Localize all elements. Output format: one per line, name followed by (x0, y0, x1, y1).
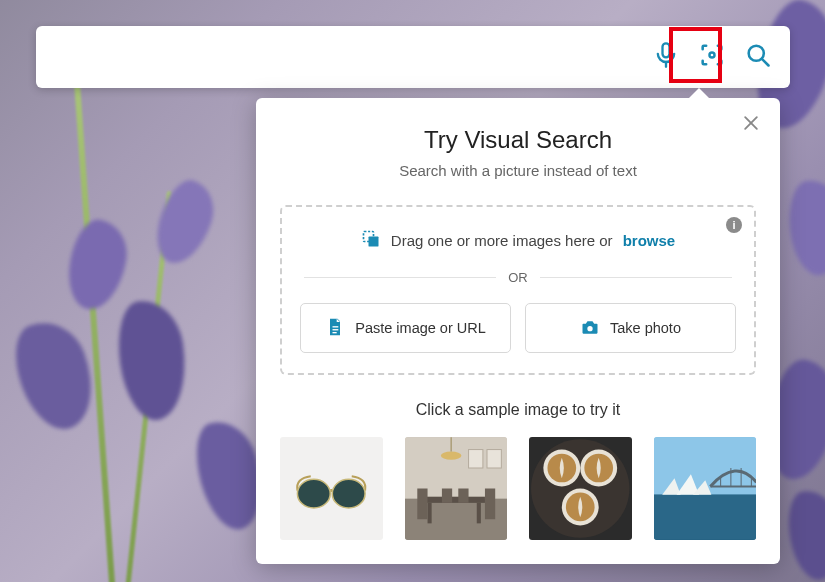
image-stack-icon (361, 229, 381, 252)
svg-rect-22 (487, 450, 501, 468)
visual-search-popover: Try Visual Search Search with a picture … (256, 98, 780, 564)
svg-line-5 (762, 59, 768, 65)
svg-rect-29 (484, 489, 494, 520)
popover-subtitle: Search with a picture instead of text (280, 162, 756, 179)
svg-rect-31 (458, 489, 468, 503)
search-input[interactable] (56, 47, 648, 68)
close-icon (741, 113, 761, 137)
svg-rect-0 (663, 43, 670, 57)
svg-rect-21 (468, 450, 482, 468)
close-button[interactable] (736, 110, 766, 140)
browse-link[interactable]: browse (623, 232, 676, 249)
svg-rect-26 (427, 503, 431, 523)
info-icon: i (732, 219, 735, 231)
sample-image-dining-room[interactable] (405, 437, 508, 540)
drag-text: Drag one or more images here or (391, 232, 613, 249)
svg-rect-40 (654, 495, 757, 540)
svg-rect-30 (441, 489, 451, 503)
photo-label: Take photo (610, 320, 681, 336)
search-icon (744, 41, 772, 73)
paste-label: Paste image or URL (355, 320, 486, 336)
or-label: OR (508, 270, 528, 285)
visual-search-button[interactable] (694, 39, 730, 75)
svg-rect-11 (333, 329, 339, 330)
svg-rect-9 (368, 237, 378, 247)
take-photo-button[interactable]: Take photo (525, 303, 736, 353)
camera-icon (580, 317, 600, 340)
svg-rect-27 (476, 503, 480, 523)
svg-rect-10 (333, 326, 339, 327)
svg-point-23 (440, 452, 461, 460)
sample-images-row (280, 437, 756, 540)
info-button[interactable]: i (726, 217, 742, 233)
search-bar (36, 26, 790, 88)
sample-images-label: Click a sample image to try it (280, 401, 756, 419)
svg-rect-28 (417, 489, 427, 520)
or-divider: OR (304, 270, 732, 285)
sample-image-sunglasses[interactable] (280, 437, 383, 540)
svg-rect-12 (333, 332, 337, 333)
popover-title: Try Visual Search (280, 126, 756, 154)
svg-point-3 (711, 54, 714, 57)
sample-image-harbour-bridge[interactable] (654, 437, 757, 540)
svg-rect-25 (423, 497, 485, 503)
camera-lens-icon (698, 41, 726, 73)
search-button[interactable] (740, 39, 776, 75)
image-dropzone[interactable]: i Drag one or more images here or browse… (280, 205, 756, 375)
paste-icon (325, 317, 345, 340)
paste-image-button[interactable]: Paste image or URL (300, 303, 511, 353)
voice-search-button[interactable] (648, 39, 684, 75)
svg-point-13 (587, 326, 592, 331)
sample-image-latte-art[interactable] (529, 437, 632, 540)
microphone-icon (652, 41, 680, 73)
